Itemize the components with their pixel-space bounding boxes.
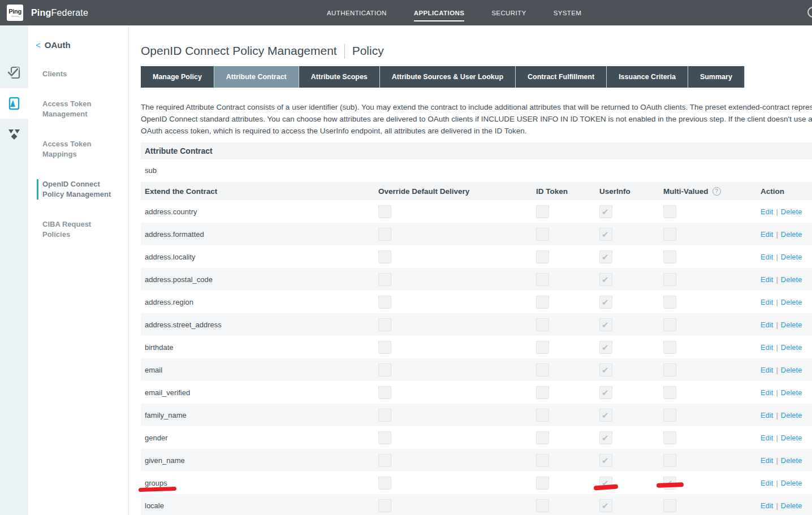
override-default-delivery-checkbox[interactable] [378,273,391,286]
delete-link[interactable]: Delete [781,321,802,329]
user-info-checkbox[interactable] [599,386,612,399]
multi-valued-checkbox[interactable] [663,318,676,331]
tab-attribute-scopes[interactable]: Attribute Scopes [299,66,380,88]
id-token-checkbox[interactable] [536,228,549,241]
multi-valued-checkbox[interactable] [663,273,676,286]
multi-valued-checkbox[interactable] [663,250,676,263]
multi-valued-checkbox[interactable] [663,296,676,309]
edit-link[interactable]: Edit [761,275,773,284]
search-icon[interactable] [807,7,812,18]
user-info-checkbox[interactable] [599,454,612,467]
sidebar-item-openid-connect-policy-management[interactable]: OpenID Connect Policy Management [37,179,122,200]
tab-issuance-criteria[interactable]: Issuance Criteria [607,66,688,88]
override-default-delivery-checkbox[interactable] [378,250,391,263]
id-token-checkbox[interactable] [536,296,549,309]
id-token-checkbox[interactable] [536,499,549,512]
id-token-checkbox[interactable] [536,431,549,444]
edit-link[interactable]: Edit [761,456,773,465]
nav-item-system[interactable]: SYSTEM [554,10,582,16]
edit-link[interactable]: Edit [761,343,773,352]
multi-valued-checkbox[interactable] [663,499,676,512]
tab-summary[interactable]: Summary [688,66,745,88]
multi-valued-checkbox[interactable] [663,454,676,467]
user-info-checkbox[interactable] [599,273,612,286]
id-token-checkbox[interactable] [536,454,549,467]
user-info-checkbox[interactable] [599,296,612,309]
multi-valued-checkbox[interactable] [663,341,676,354]
id-token-checkbox[interactable] [536,386,549,399]
authentication-icon[interactable] [0,58,28,88]
delete-link[interactable]: Delete [781,298,802,306]
edit-link[interactable]: Edit [761,207,773,216]
user-info-checkbox[interactable] [599,499,612,512]
id-token-checkbox[interactable] [536,318,549,331]
id-token-checkbox[interactable] [536,273,549,286]
sidebar-back-oauth[interactable]: <OAuth [28,40,128,50]
id-token-checkbox[interactable] [536,363,549,376]
delete-link[interactable]: Delete [781,411,802,419]
override-default-delivery-checkbox[interactable] [378,205,391,218]
user-info-checkbox[interactable] [599,431,612,444]
delete-link[interactable]: Delete [781,434,802,442]
multi-valued-checkbox[interactable] [663,228,676,241]
id-token-checkbox[interactable] [536,205,549,218]
id-token-checkbox[interactable] [536,341,549,354]
multi-valued-checkbox[interactable] [663,409,676,422]
user-info-checkbox[interactable] [599,250,612,263]
delete-link[interactable]: Delete [781,388,802,397]
user-info-checkbox[interactable] [599,409,612,422]
delete-link[interactable]: Delete [781,207,802,216]
multi-valued-checkbox[interactable] [663,363,676,376]
override-default-delivery-checkbox[interactable] [378,409,391,422]
id-token-checkbox[interactable] [536,477,549,490]
edit-link[interactable]: Edit [761,501,773,510]
security-icon[interactable] [0,119,28,149]
tab-attribute-contract[interactable]: Attribute Contract [214,66,299,88]
delete-link[interactable]: Delete [781,501,802,510]
tab-manage-policy[interactable]: Manage Policy [141,66,214,88]
delete-link[interactable]: Delete [781,479,802,487]
id-token-checkbox[interactable] [536,409,549,422]
tab-contract-fulfillment[interactable]: Contract Fulfillment [516,66,607,88]
delete-link[interactable]: Delete [781,275,802,284]
user-info-checkbox[interactable] [599,205,612,218]
edit-link[interactable]: Edit [761,230,773,239]
edit-link[interactable]: Edit [761,434,773,442]
override-default-delivery-checkbox[interactable] [378,454,391,467]
override-default-delivery-checkbox[interactable] [378,296,391,309]
override-default-delivery-checkbox[interactable] [378,341,391,354]
sidebar-item-clients[interactable]: Clients [28,69,119,79]
id-token-checkbox[interactable] [536,250,549,263]
edit-link[interactable]: Edit [761,366,773,374]
override-default-delivery-checkbox[interactable] [378,318,391,331]
edit-link[interactable]: Edit [761,298,773,306]
override-default-delivery-checkbox[interactable] [378,386,391,399]
nav-item-security[interactable]: SECURITY [491,10,526,16]
edit-link[interactable]: Edit [761,479,773,487]
sidebar-item-access-token-management[interactable]: Access Token Management [28,99,119,119]
override-default-delivery-checkbox[interactable] [378,499,391,512]
sidebar-item-access-token-mappings[interactable]: Access Token Mappings [28,139,119,159]
delete-link[interactable]: Delete [781,230,802,239]
multi-valued-checkbox[interactable] [663,205,676,218]
delete-link[interactable]: Delete [781,343,802,352]
question-circle-icon[interactable]: ? [712,187,721,196]
override-default-delivery-checkbox[interactable] [378,228,391,241]
edit-link[interactable]: Edit [761,388,773,397]
user-info-checkbox[interactable] [599,341,612,354]
delete-link[interactable]: Delete [781,253,802,261]
delete-link[interactable]: Delete [781,366,802,374]
override-default-delivery-checkbox[interactable] [378,477,391,490]
delete-link[interactable]: Delete [781,456,802,465]
nav-item-applications[interactable]: APPLICATIONS [414,10,465,16]
edit-link[interactable]: Edit [761,411,773,419]
nav-item-authentication[interactable]: AUTHENTICATION [327,10,387,16]
user-info-checkbox[interactable] [599,228,612,241]
user-info-checkbox[interactable] [599,318,612,331]
edit-link[interactable]: Edit [761,253,773,261]
multi-valued-checkbox[interactable] [663,386,676,399]
multi-valued-checkbox[interactable] [663,431,676,444]
user-info-checkbox[interactable] [599,363,612,376]
edit-link[interactable]: Edit [761,321,773,329]
override-default-delivery-checkbox[interactable] [378,363,391,376]
